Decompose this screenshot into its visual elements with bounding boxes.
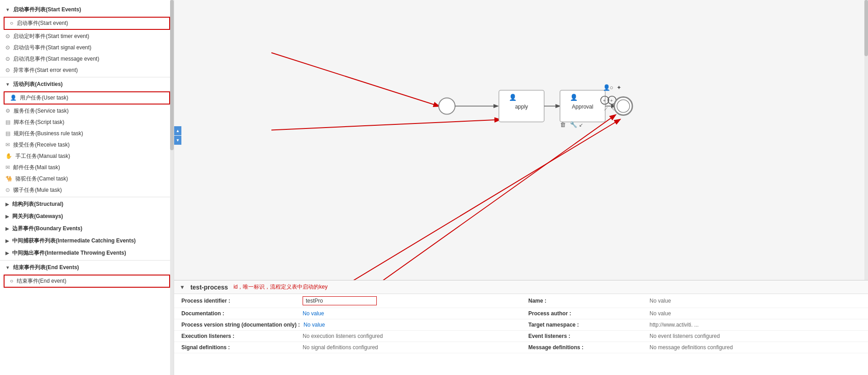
properties-subtitle: id，唯一标识，流程定义表中启动的key — [233, 283, 327, 291]
task-action-circle-icon[interactable]: ○ — [610, 84, 613, 91]
prop-value-namespace: http://www.activiti. ... — [650, 322, 699, 328]
task-wrench-icon[interactable]: 🔧 — [570, 121, 578, 128]
annotation-arrow-start — [271, 53, 439, 106]
sidebar-item-start-signal[interactable]: ⊙ 启动信号事件(Start signal event) — [0, 42, 174, 53]
prop-input-identifier[interactable] — [303, 296, 377, 305]
sidebar-item-camel-task[interactable]: 🐪 骆驼任务(Camel task) — [0, 173, 174, 185]
prop-label-author: Process author : — [528, 310, 646, 317]
start-message-icon: ⊙ — [5, 56, 10, 62]
end-event-inner-circle — [617, 100, 630, 113]
chevron-start-events: ▼ — [5, 7, 10, 12]
sidebar-item-business-rule[interactable]: ▤ 规则任务(Business rule task) — [0, 128, 174, 139]
chevron-intermediate-catching: ▶ — [5, 238, 9, 243]
prop-value-signal-defs: No signal definitions configured — [303, 344, 378, 351]
chevron-intermediate-throwing: ▶ — [5, 251, 9, 256]
prop-value-execution-listeners: No execution listeners configured — [303, 333, 383, 339]
script-task-icon: ▤ — [5, 119, 10, 125]
prop-row-namespace: Target namespace : http://www.activiti. … — [521, 319, 868, 331]
sidebar-item-service-task[interactable]: ⚙ 服务任务(Service task) — [0, 105, 174, 117]
prop-row-execution-listeners: Execution listeners : No execution liste… — [174, 331, 521, 342]
chevron-gateways: ▶ — [5, 214, 9, 219]
chevron-activities: ▼ — [5, 82, 10, 87]
canvas-area[interactable]: ▲ ▼ — [174, 0, 868, 280]
properties-collapse-icon[interactable]: ▼ — [180, 284, 185, 290]
task-circle-plus-1: + — [603, 98, 606, 103]
chevron-boundary: ▶ — [5, 226, 9, 231]
properties-panel: ▼ test-process id，唯一标识，流程定义表中启动的key Proc… — [174, 280, 868, 375]
mail-task-icon: ✉ — [5, 164, 10, 171]
sidebar-section-activities[interactable]: ▼ 活动列表(Activities) — [0, 78, 174, 90]
sidebar: ▼ 启动事件列表(Start Events) ○ 启动事件(Start even… — [0, 0, 174, 375]
task-circle-plus-2: + — [610, 98, 613, 103]
properties-grid: Process identifier : Name : No value Doc… — [174, 294, 868, 353]
prop-value-version: No value — [304, 322, 325, 328]
workflow-canvas[interactable]: 👤 apply 👤 Approval 👤 ○ ✦ + + ↗ — [174, 0, 868, 280]
annotation-arrow-end-event — [348, 115, 615, 280]
prop-row-signal-defs: Signal definitions : No signal definitio… — [174, 342, 521, 353]
sidebar-item-start-timer[interactable]: ⊙ 启动定时事件(Start timer event) — [0, 31, 174, 42]
prop-value-author: No value — [650, 310, 671, 317]
canvas-scroll-thumb-right — [864, 0, 868, 56]
sidebar-item-receive-task[interactable]: ✉ 接受任务(Receive task) — [0, 139, 174, 151]
sidebar-item-mail-task[interactable]: ✉ 邮件任务(Mail task) — [0, 162, 174, 173]
camel-task-icon: 🐪 — [5, 176, 12, 182]
prop-label-identifier: Process identifier : — [181, 298, 299, 304]
prop-label-namespace: Target namespace : — [528, 322, 646, 328]
sidebar-section-structural[interactable]: ▶ 结构列表(Structural) — [0, 198, 174, 210]
prop-value-message-defs: No message definitions configured — [650, 344, 733, 351]
service-task-icon: ⚙ — [5, 108, 10, 114]
prop-label-signal-defs: Signal definitions : — [181, 344, 299, 351]
canvas-scrollbar-right[interactable] — [864, 0, 868, 280]
properties-header: ▼ test-process id，唯一标识，流程定义表中启动的key — [174, 280, 868, 294]
prop-label-event-listeners: Event listeners : — [528, 333, 646, 339]
annotation-arrow-user-task — [271, 120, 500, 130]
chevron-end-events: ▼ — [5, 265, 10, 270]
sidebar-section-gateways[interactable]: ▶ 网关列表(Gateways) — [0, 210, 174, 223]
sidebar-section-intermediate-throwing[interactable]: ▶ 中间抛出事件(Intermediate Throwing Events) — [0, 247, 174, 259]
prop-value-name: No value — [650, 298, 671, 304]
collapse-up-button[interactable]: ▲ — [174, 126, 181, 135]
mule-task-icon: ⊙ — [5, 187, 10, 193]
start-signal-icon: ⊙ — [5, 44, 10, 51]
end-event-icon: ○ — [10, 278, 13, 284]
prop-label-message-defs: Message definitions : — [528, 344, 646, 351]
sidebar-section-start-events[interactable]: ▼ 启动事件列表(Start Events) — [0, 4, 174, 16]
sidebar-item-script-task[interactable]: ▤ 脚本任务(Script task) — [0, 117, 174, 128]
sidebar-section-boundary[interactable]: ▶ 边界事件(Boundary Events) — [0, 223, 174, 235]
prop-row-message-defs: Message definitions : No message definit… — [521, 342, 868, 353]
task-delete-icon[interactable]: 🗑 — [560, 121, 566, 128]
prop-row-author: Process author : No value — [521, 308, 868, 319]
chevron-structural: ▶ — [5, 202, 9, 207]
sidebar-item-manual-task[interactable]: ✋ 手工任务(Manual task) — [0, 151, 174, 162]
business-rule-icon: ▤ — [5, 130, 10, 137]
sidebar-item-user-task[interactable]: 👤 用户任务(User task) — [4, 91, 170, 104]
sidebar-scrollbar[interactable] — [170, 0, 174, 375]
sidebar-item-mule-task[interactable]: ⊙ 骡子任务(Mule task) — [0, 185, 174, 196]
receive-task-icon: ✉ — [5, 142, 10, 148]
sidebar-scroll-thumb — [170, 0, 174, 150]
start-timer-icon: ⊙ — [5, 33, 10, 39]
prop-row-documentation: Documentation : No value — [174, 308, 521, 319]
task-action-gear-icon[interactable]: ✦ — [617, 84, 621, 91]
user-task-icon: 👤 — [10, 95, 17, 101]
start-event-node[interactable] — [439, 98, 455, 114]
sidebar-item-start-message[interactable]: ⊙ 启动消息事件(Start message event) — [0, 53, 174, 65]
annotation-arrow-end — [271, 120, 620, 280]
sidebar-section-end-events[interactable]: ▼ 结束事件列表(End Events) — [0, 261, 174, 274]
prop-label-execution-listeners: Execution listeners : — [181, 333, 299, 339]
task-expand-icon: ↙ — [579, 122, 583, 128]
prop-row-identifier: Process identifier : — [174, 294, 521, 308]
sidebar-item-end-event[interactable]: ○ 结束事件(End event) — [4, 275, 170, 288]
sidebar-item-start-error[interactable]: ⊙ 异常事件(Start error event) — [0, 65, 174, 76]
sidebar-item-start-event[interactable]: ○ 启动事件(Start event) — [4, 17, 170, 30]
prop-row-event-listeners: Event listeners : No event listeners con… — [521, 331, 868, 342]
apply-task-user-icon: 👤 — [509, 94, 517, 101]
collapse-down-button[interactable]: ▼ — [174, 136, 181, 145]
start-event-icon: ○ — [10, 20, 13, 26]
prop-value-documentation: No value — [303, 310, 324, 317]
prop-value-event-listeners: No event listeners configured — [650, 333, 720, 339]
properties-title: test-process — [190, 284, 228, 291]
canvas-collapse-controls: ▲ ▼ — [174, 126, 181, 145]
sidebar-section-intermediate-catching[interactable]: ▶ 中间捕获事件列表(Intermediate Catching Events) — [0, 235, 174, 247]
approval-task-user-icon: 👤 — [570, 94, 578, 101]
